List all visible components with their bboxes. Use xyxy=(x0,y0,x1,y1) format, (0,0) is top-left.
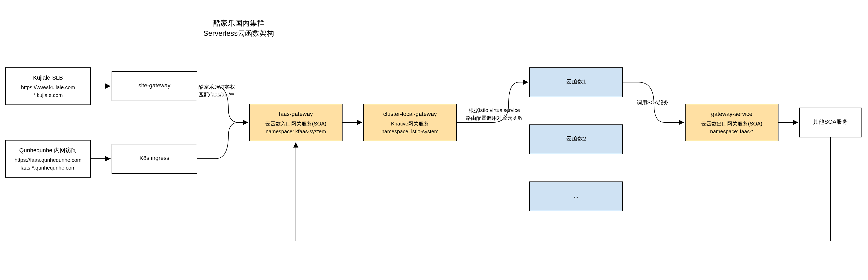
diagram-title: 酷家乐国内集群 Serverless云函数架构 xyxy=(187,18,291,38)
title-line-1: 酷家乐国内集群 xyxy=(187,18,291,28)
node-k8s-ingress: K8s ingress xyxy=(112,144,197,174)
edge-label-line: 匹配/faas/api/** xyxy=(198,91,256,99)
node-title: Kujiale-SLB xyxy=(33,73,63,82)
node-sub: 云函数出口网关服务(SOA) xyxy=(701,120,763,128)
node-title: gateway-service xyxy=(711,110,752,118)
node-title: Qunhequnhe 内网访问 xyxy=(19,146,76,154)
node-sub: faas-*.qunhequnhe.com xyxy=(21,164,75,172)
edge-label-istio: 根据istio virtualservice 路由配置调用对应云函数 xyxy=(459,106,529,122)
node-kujiale-slb: Kujiale-SLB https://www.kujiale.com *.ku… xyxy=(5,67,91,105)
node-fn3: ... xyxy=(529,181,623,211)
edge-label-jwt: 酷家乐JWT鉴权 匹配/faas/api/** xyxy=(198,83,256,99)
node-gateway-service: gateway-service 云函数出口网关服务(SOA) namespace… xyxy=(685,104,778,141)
node-sub: *.kujiale.com xyxy=(33,91,63,99)
node-title: faas-gateway xyxy=(279,110,313,118)
node-sub: 云函数入口网关服务(SOA) xyxy=(265,120,327,128)
node-title: 云函数1 xyxy=(566,77,586,86)
node-sub: https://faas.qunhequnhe.com xyxy=(14,156,82,164)
node-title: ... xyxy=(574,191,579,200)
node-title: K8s ingress xyxy=(140,154,169,162)
node-sub: namespace: istio-system xyxy=(381,128,438,135)
node-cluster-local-gateway: cluster-local-gateway Knative网关服务 namesp… xyxy=(363,104,457,141)
node-sub: namespace: faas-* xyxy=(710,128,753,135)
node-qunhe: Qunhequnhe 内网访问 https://faas.qunhequnhe.… xyxy=(5,140,91,178)
title-line-2: Serverless云函数架构 xyxy=(187,28,291,38)
node-fn1: 云函数1 xyxy=(529,67,623,97)
node-faas-gateway: faas-gateway 云函数入口网关服务(SOA) namespace: k… xyxy=(249,104,343,141)
edge-label-line: 调用SOA服务 xyxy=(630,99,675,106)
node-sub: namespace: kfaas-system xyxy=(266,128,326,135)
edge-label-line: 酷家乐JWT鉴权 xyxy=(198,83,256,91)
edge-label-line: 路由配置调用对应云函数 xyxy=(459,114,529,122)
node-sub: Knative网关服务 xyxy=(391,120,429,128)
node-site-gateway: site-gateway xyxy=(112,71,197,101)
edge-label-line: 根据istio virtualservice xyxy=(459,106,529,114)
edge-label-soa: 调用SOA服务 xyxy=(630,99,675,106)
node-title: 其他SOA服务 xyxy=(813,117,848,126)
node-other-soa: 其他SOA服务 xyxy=(799,108,862,137)
node-title: 云函数2 xyxy=(566,134,586,143)
node-fn2: 云函数2 xyxy=(529,125,623,154)
node-title: cluster-local-gateway xyxy=(383,110,437,118)
node-sub: https://www.kujiale.com xyxy=(21,83,75,91)
node-title: site-gateway xyxy=(138,81,170,90)
